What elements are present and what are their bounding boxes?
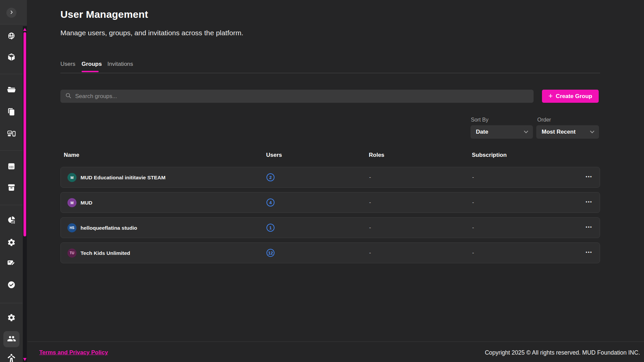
copyright-text: Copyright 2025 © All rights reserved. MU… <box>485 349 640 356</box>
footer-divider <box>28 342 644 342</box>
chevron-down-icon <box>524 129 528 133</box>
create-group-button[interactable]: + Create Group <box>542 90 599 103</box>
order-dropdown[interactable]: Most Recent <box>536 125 599 139</box>
sidebar-item-licenses[interactable] <box>7 259 16 268</box>
sidebar-divider <box>0 150 22 151</box>
avatar: TU <box>67 248 77 258</box>
sidebar-item-explore[interactable] <box>7 33 16 41</box>
subscription-value: - <box>472 225 474 231</box>
sidebar-item-admin-settings[interactable] <box>7 314 16 323</box>
sidebar-scrollbar-thumb[interactable] <box>23 32 26 236</box>
sidebar-item-copies[interactable] <box>7 108 16 117</box>
order-value: Most Recent <box>542 129 576 135</box>
tab-groups[interactable]: Groups <box>82 61 102 67</box>
sidebar-item-user-management[interactable] <box>3 331 19 347</box>
avatar: M <box>67 173 77 182</box>
search-icon <box>65 92 71 100</box>
column-header-users: Users <box>266 152 282 159</box>
table-row[interactable]: M MUD 4 - - ••• <box>60 192 600 213</box>
calendar-icon <box>7 162 16 172</box>
sidebar-item-devices[interactable] <box>7 130 16 139</box>
avatar: HS <box>67 223 77 232</box>
roles-value: - <box>369 225 371 231</box>
table-row[interactable]: M MUD Educational inititavie STEAM 2 - -… <box>60 167 600 188</box>
sidebar-item-calendar[interactable] <box>7 163 16 171</box>
page-subtitle: Manage users, groups, and invitations ac… <box>60 29 243 37</box>
sort-by-dropdown[interactable]: Date <box>470 125 533 139</box>
tab-users[interactable]: Users <box>60 61 75 67</box>
screen: User Management Manage users, groups, an… <box>0 0 644 362</box>
accessibility-person-icon <box>7 354 16 362</box>
group-name: Tech Kids Unlimited <box>81 250 130 256</box>
folder-icon <box>7 85 16 95</box>
roles-value: - <box>369 250 371 256</box>
roles-value: - <box>369 174 371 180</box>
table-row[interactable]: TU Tech Kids Unlimited 12 - - ••• <box>60 242 600 263</box>
check-circle-icon <box>7 280 16 290</box>
subscription-value: - <box>472 250 474 256</box>
scrollbar-down-arrow-icon[interactable] <box>23 358 27 361</box>
sidebar-item-analytics[interactable] <box>7 216 16 225</box>
users-icon <box>7 334 16 345</box>
analytics-pie-icon <box>7 216 16 226</box>
sidebar-item-approvals[interactable] <box>7 281 16 290</box>
avatar: M <box>67 198 77 207</box>
row-menu-ellipsis-icon[interactable]: ••• <box>586 174 592 179</box>
chevron-right-icon <box>9 10 14 16</box>
scrollbar-up-arrow-icon[interactable] <box>23 28 27 31</box>
sidebar-divider <box>0 303 22 303</box>
roles-value: - <box>369 199 371 206</box>
column-header-roles: Roles <box>369 152 384 159</box>
subscription-value: - <box>472 199 474 206</box>
sidebar-item-worlds[interactable] <box>7 53 16 62</box>
users-count-badge: 4 <box>266 198 275 207</box>
row-menu-ellipsis-icon[interactable]: ••• <box>586 250 592 255</box>
column-header-name: Name <box>64 152 79 159</box>
globe-search-icon <box>7 32 16 42</box>
sidebar-item-archive[interactable] <box>7 184 16 192</box>
users-count-badge: 2 <box>266 173 275 181</box>
sidebar-divider <box>0 205 22 205</box>
row-menu-ellipsis-icon[interactable]: ••• <box>586 224 592 229</box>
users-count-badge: 12 <box>266 249 275 257</box>
search-groups-field[interactable] <box>60 90 534 103</box>
order-label: Order <box>537 117 551 123</box>
tabs-divider <box>60 73 600 73</box>
sort-by-label: Sort By <box>471 117 488 123</box>
table-row[interactable]: HS helloqueeflatina studio 1 - - ••• <box>60 217 600 238</box>
copy-icon <box>7 107 16 118</box>
sidebar-item-projects[interactable] <box>7 86 16 94</box>
search-input[interactable] <box>71 93 508 100</box>
gear-icon <box>7 238 16 248</box>
gear-icon <box>7 313 16 323</box>
active-tab-underline <box>82 71 99 72</box>
group-name: MUD Educational inititavie STEAM <box>81 175 165 181</box>
tab-invitations[interactable]: Invitations <box>107 61 133 67</box>
row-menu-ellipsis-icon[interactable]: ••• <box>586 199 592 204</box>
users-count-badge: 1 <box>266 224 275 232</box>
create-group-label: Create Group <box>556 93 592 100</box>
subscription-value: - <box>472 174 474 180</box>
archive-box-icon <box>7 183 16 193</box>
sidebar-item-accessibility[interactable] <box>7 354 16 362</box>
sidebar-expand-button[interactable] <box>6 8 16 18</box>
sidebar-divider <box>0 74 22 74</box>
cube-world-icon <box>7 53 16 63</box>
sidebar-item-settings[interactable] <box>7 239 16 247</box>
page-title: User Management <box>60 9 148 20</box>
chevron-down-icon <box>590 129 594 133</box>
plus-icon: + <box>548 92 553 100</box>
group-name: helloqueeflatina studio <box>81 225 137 231</box>
column-header-subscription: Subscription <box>472 152 507 159</box>
sort-by-value: Date <box>476 129 488 135</box>
group-name: MUD <box>81 200 92 206</box>
devices-layout-icon <box>7 129 16 139</box>
card-edit-icon <box>7 258 16 268</box>
terms-privacy-link[interactable]: Terms and Privacy Policy <box>39 349 108 356</box>
